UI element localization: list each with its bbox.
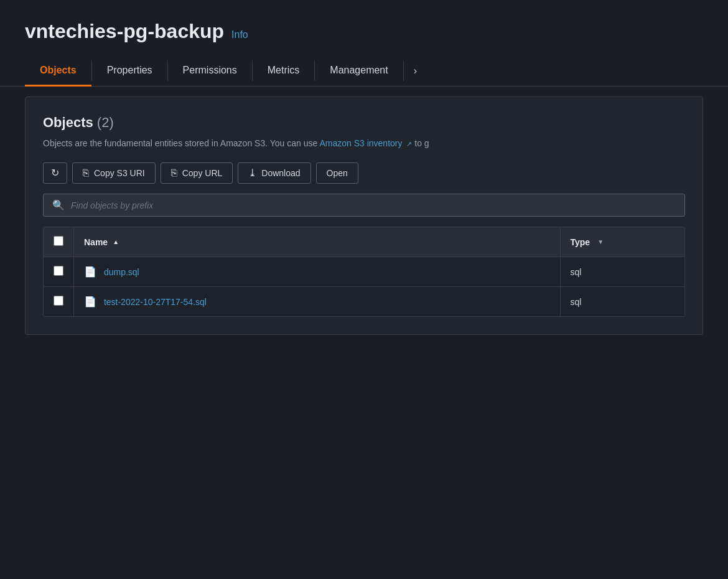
tab-properties[interactable]: Properties (92, 56, 167, 87)
toolbar: ↻ ⎘ Copy S3 URI ⎘ Copy URL ⤓ Download Op… (43, 162, 685, 184)
row-2-name-cell: 📄 test-2022-10-27T17-54.sql (74, 287, 561, 317)
download-label: Download (261, 168, 300, 178)
table-body: 📄 dump.sql sql 📄 test-2022-10-27T17-54.s… (44, 257, 684, 317)
refresh-icon: ↻ (51, 168, 59, 178)
description-text: Objects are the fundamental entities sto… (43, 138, 319, 148)
copy-url-label: Copy URL (182, 168, 223, 178)
download-icon: ⤓ (248, 168, 256, 178)
search-input[interactable] (71, 200, 676, 210)
external-link-icon: ↗ (406, 140, 412, 148)
objects-description: Objects are the fundamental entities sto… (43, 137, 685, 150)
page-header: vntechies-pg-backup Info (0, 0, 728, 55)
objects-count: (2) (97, 115, 114, 130)
copy-s3-uri-button[interactable]: ⎘ Copy S3 URI (72, 162, 156, 184)
th-name-label: Name (84, 237, 108, 247)
row-2-filename-link[interactable]: test-2022-10-27T17-54.sql (104, 297, 207, 307)
objects-table-wrapper: Name ▲ Type ▼ (43, 227, 685, 317)
table-row: 📄 dump.sql sql (44, 257, 684, 287)
row-1-checkbox[interactable] (54, 266, 63, 276)
refresh-button[interactable]: ↻ (43, 162, 67, 184)
tab-permissions[interactable]: Permissions (168, 56, 252, 87)
sort-asc-icon: ▲ (113, 238, 119, 245)
inventory-link-text: Amazon S3 inventory (319, 138, 402, 148)
row-2-type-cell: sql (560, 287, 684, 317)
copy-s3-uri-label: Copy S3 URI (94, 168, 145, 178)
file-icon-1: 📄 (84, 266, 96, 277)
description-suffix: to g (414, 138, 429, 148)
info-link[interactable]: Info (231, 29, 248, 40)
download-button[interactable]: ⤓ Download (238, 162, 310, 184)
select-all-checkbox[interactable] (54, 236, 63, 246)
objects-title-text: Objects (43, 115, 93, 130)
row-1-name-cell: 📄 dump.sql (74, 257, 561, 287)
copy-url-button[interactable]: ⎘ Copy URL (161, 162, 233, 184)
copy-url-icon: ⎘ (171, 168, 177, 178)
file-icon-2: 📄 (84, 296, 96, 307)
open-button[interactable]: Open (316, 162, 358, 184)
row-1-filename-link[interactable]: dump.sql (104, 267, 139, 277)
th-type[interactable]: Type ▼ (560, 227, 684, 257)
tab-more[interactable]: › (404, 55, 427, 86)
row-1-checkbox-cell (44, 257, 74, 287)
objects-title: Objects (2) (43, 115, 685, 131)
objects-table: Name ▲ Type ▼ (44, 227, 684, 316)
select-all-header (44, 227, 74, 257)
row-2-checkbox-cell (44, 287, 74, 317)
main-content: Objects (2) Objects are the fundamental … (25, 96, 703, 335)
row-1-type-cell: sql (560, 257, 684, 287)
row-2-checkbox[interactable] (54, 296, 63, 306)
copy-s3-uri-icon: ⎘ (83, 168, 89, 178)
tab-management[interactable]: Management (315, 56, 403, 87)
inventory-link[interactable]: Amazon S3 inventory ↗ (319, 138, 414, 148)
th-name[interactable]: Name ▲ (74, 227, 561, 257)
table-header-row: Name ▲ Type ▼ (44, 227, 684, 257)
search-container: 🔍 (43, 194, 685, 217)
search-icon: 🔍 (52, 199, 65, 211)
bucket-name: vntechies-pg-backup (25, 20, 224, 43)
table-row: 📄 test-2022-10-27T17-54.sql sql (44, 287, 684, 317)
tabs-bar: Objects Properties Permissions Metrics M… (0, 55, 728, 87)
filter-icon: ▼ (597, 238, 604, 245)
tab-metrics[interactable]: Metrics (253, 56, 315, 87)
th-type-label: Type (571, 237, 590, 247)
tab-objects[interactable]: Objects (25, 56, 91, 87)
open-label: Open (327, 168, 348, 178)
